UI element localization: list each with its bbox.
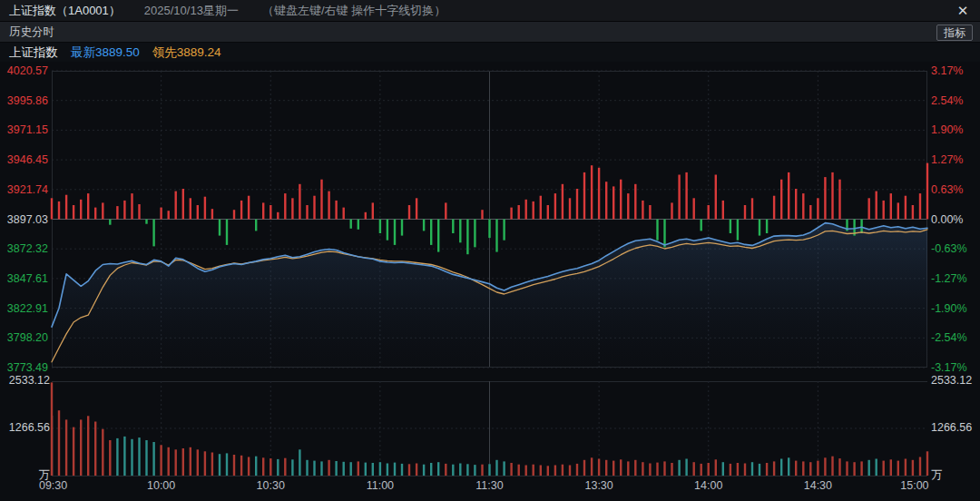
percent-axis-label: 2.54% <box>931 93 963 108</box>
time-axis-label: 11:30 <box>475 479 503 492</box>
legend-symbol: 上证指数 <box>9 44 58 61</box>
percent-axis-label: 3.17% <box>931 64 963 78</box>
price-axis-label: 3822.91 <box>0 301 48 316</box>
percent-axis-label: -1.27% <box>931 271 967 286</box>
percent-axis-label: -0.63% <box>931 241 967 256</box>
indicator-button[interactable]: 指标 <box>936 25 973 41</box>
legend-lead-value: 领先3889.24 <box>152 44 221 61</box>
price-axis-label: 3995.86 <box>0 93 48 108</box>
volume-axis-max-right: 2533.12 <box>931 374 972 387</box>
price-axis-label: 3921.74 <box>0 182 48 197</box>
time-axis-label: 09:30 <box>39 479 67 492</box>
price-axis-label: 3971.15 <box>0 123 48 137</box>
chart-area: 4020.573995.863971.153946.453921.743897.… <box>0 62 980 501</box>
stock-chart-window: 上证指数（1A0001） 2025/10/13星期一 （键盘左键/右键 操作十字… <box>0 0 980 501</box>
percent-axis-label: 1.27% <box>931 152 963 167</box>
view-tab-bar: 历史分时 指标 <box>0 22 980 43</box>
time-axis-label: 15:00 <box>900 479 928 492</box>
symbol-title: 上证指数（1A0001） <box>9 3 121 19</box>
price-axis-label: 3773.49 <box>0 360 48 375</box>
legend-bar: 上证指数 最新3889.50 领先3889.24 <box>0 43 980 62</box>
price-axis-label: 4020.57 <box>0 64 48 78</box>
percent-axis-label: 0.00% <box>931 212 963 227</box>
time-axis-label: 14:00 <box>694 479 722 492</box>
volume-unit-right: 万 <box>931 467 943 483</box>
price-axis-label: 3798.20 <box>0 330 48 345</box>
price-axis-label: 3847.61 <box>0 271 48 286</box>
time-axis-label: 10:30 <box>257 479 285 492</box>
volume-chart-surface[interactable] <box>52 381 927 477</box>
window-title-bar: 上证指数（1A0001） 2025/10/13星期一 （键盘左键/右键 操作十字… <box>0 0 980 22</box>
percent-axis-label: 0.63% <box>931 182 963 197</box>
close-icon[interactable]: ✕ <box>955 3 971 19</box>
view-mode-label: 历史分时 <box>9 25 54 40</box>
legend-latest-value: 最新3889.50 <box>71 44 140 61</box>
percent-axis-label: -2.54% <box>931 330 967 345</box>
percent-axis-label: -3.17% <box>931 360 967 375</box>
volume-axis-mid-right: 1266.56 <box>931 421 972 434</box>
price-axis-label: 3897.03 <box>0 212 48 227</box>
price-axis-label: 3946.45 <box>0 152 48 167</box>
time-axis-label: 11:00 <box>367 479 394 492</box>
percent-axis-label: 1.90% <box>931 123 963 137</box>
volume-axis-max-left: 2533.12 <box>4 374 50 387</box>
time-axis-label: 10:00 <box>147 479 175 492</box>
time-axis-label: 14:30 <box>804 479 832 492</box>
percent-axis-label: -1.90% <box>931 301 967 316</box>
time-axis-label: 13:30 <box>584 479 612 492</box>
price-axis-label: 3872.32 <box>0 241 48 256</box>
volume-axis-mid-left: 1266.56 <box>4 421 50 434</box>
trade-date: 2025/10/13星期一 <box>144 3 239 19</box>
main-chart-surface[interactable] <box>52 62 927 381</box>
keyboard-hint: （键盘左键/右键 操作十字线切换） <box>262 3 446 19</box>
